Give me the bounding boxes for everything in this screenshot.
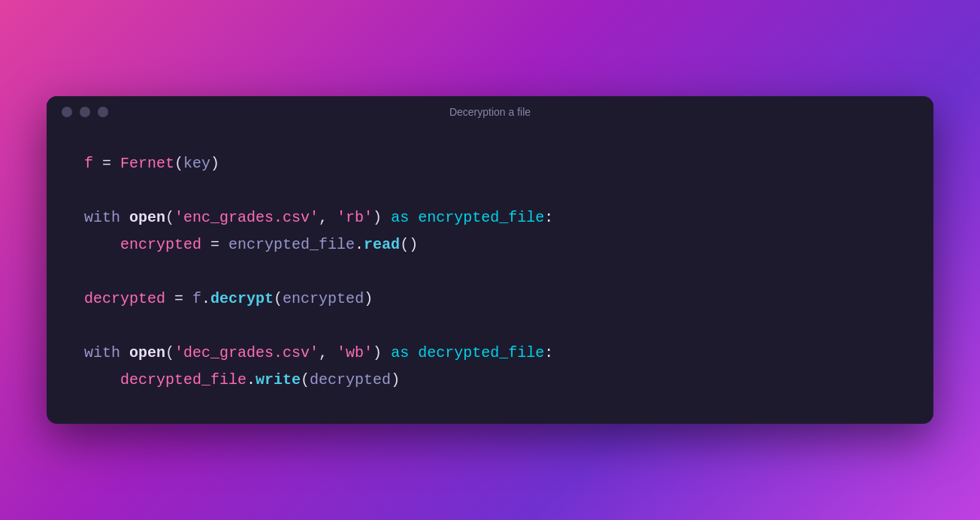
token: key xyxy=(183,155,210,172)
token: ( xyxy=(165,344,174,361)
code-line-6: decrypted_file.write(decrypted) xyxy=(84,367,896,394)
token: . xyxy=(201,290,210,307)
blank-line-1 xyxy=(84,177,896,204)
token: open xyxy=(129,344,165,361)
token: f xyxy=(84,155,93,172)
blank-line-2 xyxy=(84,258,896,286)
token: , xyxy=(319,209,337,226)
code-line-4: decrypted = f.decrypt(encrypted) xyxy=(84,286,896,313)
token: write xyxy=(256,371,301,388)
token: decrypted_file xyxy=(409,344,544,361)
token: decrypt xyxy=(210,290,274,307)
token-as: as xyxy=(391,209,409,226)
token: ) xyxy=(373,344,391,361)
token: 'dec_grades.csv' xyxy=(174,344,319,361)
token-as-2: as xyxy=(391,344,409,361)
token: Fernet xyxy=(120,155,174,172)
token: () xyxy=(400,236,418,253)
code-line-3: encrypted = encrypted_file.read() xyxy=(84,231,896,258)
token: f xyxy=(192,290,201,307)
blank-line-3 xyxy=(84,313,896,340)
token: encrypted xyxy=(120,236,201,253)
token: ( xyxy=(274,290,283,307)
token: decrypted xyxy=(310,371,391,388)
token: 'rb' xyxy=(337,209,373,226)
titlebar: Deceryption a file xyxy=(47,96,933,128)
token: . xyxy=(355,236,364,253)
token: ) xyxy=(210,155,219,172)
token: open xyxy=(129,209,165,226)
token: ( xyxy=(301,371,310,388)
token: : xyxy=(544,209,553,226)
token: encrypted_file xyxy=(409,209,544,226)
maximize-button[interactable] xyxy=(98,107,108,117)
code-area: f = Fernet(key) with open('enc_grades.cs… xyxy=(47,128,933,424)
token: ( xyxy=(165,209,174,226)
token: with xyxy=(84,344,129,361)
token: . xyxy=(247,371,256,388)
token: : xyxy=(544,344,553,361)
close-button[interactable] xyxy=(62,107,72,117)
code-line-2: with open('enc_grades.csv', 'rb') as enc… xyxy=(84,204,896,231)
token: , xyxy=(319,344,337,361)
token: ) xyxy=(391,371,400,388)
token: = xyxy=(201,236,228,253)
token: encrypted xyxy=(283,290,364,307)
token: = xyxy=(165,290,192,307)
token: ) xyxy=(373,209,391,226)
minimize-button[interactable] xyxy=(80,107,90,117)
token: 'wb' xyxy=(337,344,373,361)
token: with xyxy=(84,209,129,226)
traffic-lights xyxy=(62,107,108,117)
token: decrypted xyxy=(84,290,165,307)
token: ) xyxy=(364,290,373,307)
token: decrypted_file xyxy=(120,371,247,388)
window: Deceryption a file f = Fernet(key) with … xyxy=(47,96,933,424)
token: ( xyxy=(174,155,183,172)
token: 'enc_grades.csv' xyxy=(174,209,319,226)
code-line-1: f = Fernet(key) xyxy=(84,150,896,177)
token: encrypted_file xyxy=(228,236,355,253)
window-title: Deceryption a file xyxy=(449,106,531,118)
code-line-5: with open('dec_grades.csv', 'wb') as dec… xyxy=(84,340,896,367)
token: read xyxy=(364,236,400,253)
token: = xyxy=(93,155,120,172)
